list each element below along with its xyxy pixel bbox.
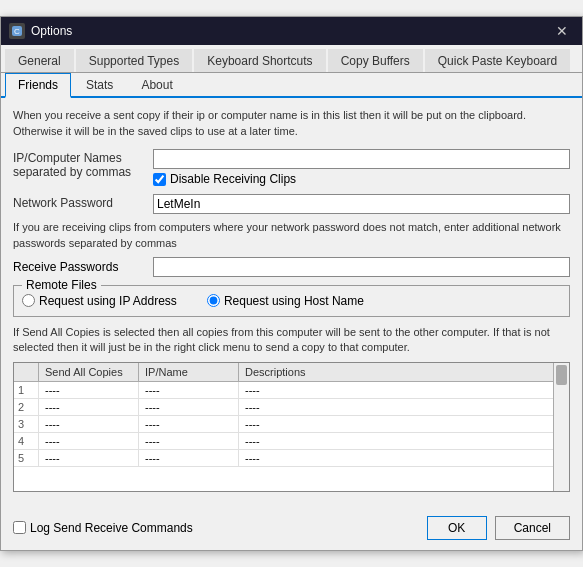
content-area: When you receive a sent copy if their ip…: [1, 98, 582, 501]
ok-button[interactable]: OK: [427, 516, 487, 540]
network-password-row: Network Password: [13, 194, 570, 214]
col-ip: IP/Name: [139, 363, 239, 381]
tab-quick-paste[interactable]: Quick Paste Keyboard: [425, 49, 570, 72]
cell-num: 2: [14, 399, 39, 415]
cell-desc: ----: [239, 450, 569, 466]
receive-passwords-field: [153, 257, 570, 277]
tab-about[interactable]: About: [128, 73, 185, 96]
options-window: C Options ✕ General Supported Types Keyb…: [0, 16, 583, 550]
network-password-field: [153, 194, 570, 214]
cell-send: ----: [39, 433, 139, 449]
info-text: If you are receiving clips from computer…: [13, 220, 570, 251]
tabs-row1: General Supported Types Keyboard Shortcu…: [1, 45, 582, 73]
cell-ip: ----: [139, 450, 239, 466]
tab-supported-types[interactable]: Supported Types: [76, 49, 193, 72]
tab-stats[interactable]: Stats: [73, 73, 126, 96]
cell-desc: ----: [239, 433, 569, 449]
app-icon: C: [9, 23, 25, 39]
computers-table[interactable]: Send All Copies IP/Name Descriptions 1 -…: [13, 362, 570, 492]
table-body: 1 ---- ---- ---- 2 ---- ---- ---- 3 ----…: [14, 382, 569, 467]
table-header: Send All Copies IP/Name Descriptions: [14, 363, 569, 382]
cell-ip: ----: [139, 399, 239, 415]
radio-ip-label[interactable]: Request using IP Address: [39, 294, 177, 308]
cell-num: 5: [14, 450, 39, 466]
cell-num: 1: [14, 382, 39, 398]
network-password-label: Network Password: [13, 194, 153, 210]
tab-copy-buffers[interactable]: Copy Buffers: [328, 49, 423, 72]
radio-ip-address[interactable]: [22, 294, 35, 307]
radio-host-option: Request using Host Name: [207, 294, 364, 308]
tab-friends[interactable]: Friends: [5, 73, 71, 98]
radio-host-label[interactable]: Request using Host Name: [224, 294, 364, 308]
radio-ip-option: Request using IP Address: [22, 294, 177, 308]
receive-passwords-input[interactable]: [153, 257, 570, 277]
log-checkbox-row: Log Send Receive Commands: [13, 521, 193, 535]
cell-send: ----: [39, 382, 139, 398]
window-title: Options: [31, 24, 72, 38]
col-desc: Descriptions: [239, 363, 553, 381]
tab-keyboard-shortcuts[interactable]: Keyboard Shortcuts: [194, 49, 325, 72]
description-text: When you receive a sent copy if their ip…: [13, 108, 570, 139]
ip-names-field: Disable Receiving Clips: [153, 149, 570, 190]
cell-num: 3: [14, 416, 39, 432]
svg-text:C: C: [14, 27, 20, 36]
table-row[interactable]: 5 ---- ---- ----: [14, 450, 569, 467]
table-row[interactable]: 4 ---- ---- ----: [14, 433, 569, 450]
bottom-row: Log Send Receive Commands OK Cancel: [1, 510, 582, 550]
ip-names-label: IP/Computer Names separated by commas: [13, 149, 153, 179]
receive-passwords-row: Receive Passwords: [13, 257, 570, 277]
log-checkbox[interactable]: [13, 521, 26, 534]
titlebar: C Options ✕: [1, 17, 582, 45]
cell-send: ----: [39, 399, 139, 415]
table-row[interactable]: 3 ---- ---- ----: [14, 416, 569, 433]
scrollbar[interactable]: [553, 363, 569, 491]
cell-ip: ----: [139, 433, 239, 449]
table-row[interactable]: 2 ---- ---- ----: [14, 399, 569, 416]
cell-ip: ----: [139, 382, 239, 398]
radio-host-name[interactable]: [207, 294, 220, 307]
cancel-button[interactable]: Cancel: [495, 516, 570, 540]
col-send: Send All Copies: [39, 363, 139, 381]
tab-general[interactable]: General: [5, 49, 74, 72]
ip-names-row: IP/Computer Names separated by commas Di…: [13, 149, 570, 190]
table-row[interactable]: 1 ---- ---- ----: [14, 382, 569, 399]
ip-names-input[interactable]: [153, 149, 570, 169]
network-password-input[interactable]: [153, 194, 570, 214]
buttons-row: OK Cancel: [427, 516, 570, 540]
cell-ip: ----: [139, 416, 239, 432]
disable-checkbox[interactable]: [153, 173, 166, 186]
col-num: [14, 363, 39, 381]
cell-send: ----: [39, 416, 139, 432]
disable-checkbox-row: Disable Receiving Clips: [153, 172, 570, 186]
disable-checkbox-label[interactable]: Disable Receiving Clips: [170, 172, 296, 186]
remote-files-group: Remote Files Request using IP Address Re…: [13, 285, 570, 317]
cell-desc: ----: [239, 382, 569, 398]
table-description: If Send All Copies is selected then all …: [13, 325, 570, 356]
tabs-row2: Friends Stats About: [1, 73, 582, 98]
close-button[interactable]: ✕: [550, 21, 574, 41]
receive-passwords-label: Receive Passwords: [13, 260, 153, 274]
titlebar-left: C Options: [9, 23, 72, 39]
remote-files-legend: Remote Files: [22, 278, 101, 292]
cell-desc: ----: [239, 399, 569, 415]
cell-desc: ----: [239, 416, 569, 432]
cell-num: 4: [14, 433, 39, 449]
log-checkbox-label[interactable]: Log Send Receive Commands: [30, 521, 193, 535]
cell-send: ----: [39, 450, 139, 466]
radio-row: Request using IP Address Request using H…: [22, 294, 561, 308]
